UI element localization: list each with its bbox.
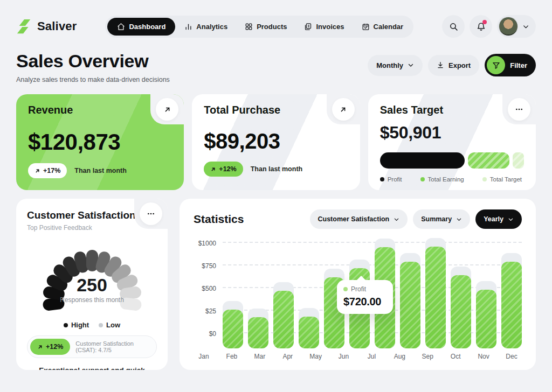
bar-jan[interactable] <box>223 310 243 348</box>
target-legend-item: Total Target <box>482 176 522 183</box>
metric-select-value: Customer Satisfaction <box>318 215 390 223</box>
main-nav: DashboardAnalyticsProductsInvoicesCalend… <box>105 16 413 38</box>
x-axis-label-oct: Oct <box>445 353 466 360</box>
download-icon <box>437 61 444 69</box>
filter-button[interactable]: Filter <box>485 54 536 76</box>
legend-dot <box>482 177 487 181</box>
bar-dec[interactable] <box>501 262 522 348</box>
bar-slot-mar <box>273 234 294 348</box>
purchase-delta-value: +12% <box>219 165 236 173</box>
x-axis-label-dec: Dec <box>501 353 522 360</box>
sales-target-card: Sales Target $50,901 ProfitTotal Earning… <box>368 94 536 190</box>
sales-target-menu-button[interactable] <box>508 98 530 121</box>
period-select-value: Monthly <box>376 61 403 69</box>
brand-logo-icon <box>16 18 32 34</box>
gauge-legend-item: Hight <box>64 321 89 329</box>
page-title: Sales Overview <box>16 51 170 72</box>
bar-slot-jan <box>223 234 243 348</box>
bottom-row: Customer Satisfaction Top Positive Feedb… <box>16 199 536 370</box>
legend-label: Total Target <box>490 176 522 183</box>
tooltip-series-dot <box>343 287 348 291</box>
satisfaction-footer: Exceptional support and quick responses <box>27 366 157 370</box>
range-select[interactable]: Yearly <box>475 209 522 229</box>
stat-cards-row: Revenue $120,873 +17% Than last month To… <box>16 94 536 190</box>
brand-name: Saliver <box>37 19 77 33</box>
avatar <box>499 17 518 36</box>
statistics-filters: Customer Satisfaction Summary Yearly <box>310 209 522 229</box>
export-button[interactable]: Export <box>428 55 479 76</box>
chart-y-axis: $0$25$500$750$1000 <box>194 234 223 348</box>
gauge-caption: Responses this month <box>27 296 157 304</box>
csat-delta-pill: +12% <box>30 339 70 355</box>
bar-slot-nov <box>476 234 496 348</box>
customer-satisfaction-subtitle: Top Positive Feedback <box>27 224 157 232</box>
range-select-value: Yearly <box>484 215 503 223</box>
revenue-delta-note: Than last month <box>74 167 127 174</box>
y-axis-tick: $500 <box>202 285 216 292</box>
bar-slot-oct <box>451 234 471 348</box>
brand-logo: Saliver <box>16 18 77 34</box>
satisfaction-gauge: 250 Responses this month <box>27 236 157 316</box>
tooltip-value: $720.00 <box>343 296 387 308</box>
card-notch <box>134 199 168 229</box>
revenue-card-value: $120,873 <box>28 129 172 155</box>
gauge-legend: HightLow <box>27 321 157 329</box>
user-menu[interactable] <box>497 15 536 38</box>
bar-slot-apr <box>299 234 319 348</box>
bar-mar[interactable] <box>273 291 294 348</box>
period-select[interactable]: Monthly <box>368 55 423 76</box>
x-axis-label-sep: Sep <box>417 353 438 360</box>
target-segment-total-earning <box>468 152 509 169</box>
purchase-card: Total Purchase $89,203 +12% Than last mo… <box>192 94 360 190</box>
nav-item-label: Dashboard <box>129 23 165 31</box>
notification-badge <box>482 20 487 24</box>
card-notch <box>327 94 360 124</box>
nav-item-calendar[interactable]: Calendar <box>354 18 412 36</box>
y-axis-tick: $25 <box>205 307 216 315</box>
x-axis-label-jun: Jun <box>334 353 354 360</box>
nav-item-label: Invoices <box>316 23 344 31</box>
chevron-down-icon <box>456 216 462 222</box>
page-controls: Monthly Export Filter <box>368 54 536 76</box>
analytics-icon <box>184 23 192 31</box>
revenue-card: Revenue $120,873 +17% Than last month <box>16 94 184 190</box>
bar-nov[interactable] <box>476 290 496 348</box>
statistics-card: Statistics Customer Satisfaction Summary… <box>180 199 536 370</box>
card-notch <box>150 94 184 124</box>
csat-delta-value: +12% <box>46 343 63 351</box>
legend-dot <box>64 323 68 327</box>
nav-item-analytics[interactable]: Analytics <box>176 18 236 36</box>
metric-select[interactable]: Customer Satisfaction <box>310 209 408 229</box>
page-header: Sales Overview Analyze sales trends to m… <box>16 51 536 83</box>
purchase-delta-note: Than last month <box>251 165 303 173</box>
top-bar: Saliver DashboardAnalyticsProductsInvoic… <box>16 14 536 39</box>
legend-dot <box>380 177 384 181</box>
satisfaction-menu-button[interactable] <box>140 202 162 225</box>
export-button-label: Export <box>448 61 471 69</box>
nav-item-dashboard[interactable]: Dashboard <box>107 18 175 36</box>
purchase-expand-button[interactable] <box>332 98 355 121</box>
view-select-value: Summary <box>421 215 452 223</box>
search-button[interactable] <box>442 15 465 38</box>
notifications-button[interactable] <box>470 15 492 38</box>
view-select[interactable]: Summary <box>413 209 470 229</box>
x-axis-label-mar: Mar <box>250 353 270 360</box>
legend-dot <box>99 323 103 327</box>
bar-aug[interactable] <box>400 262 420 348</box>
nav-item-products[interactable]: Products <box>237 18 295 36</box>
nav-item-invoices[interactable]: Invoices <box>296 18 352 36</box>
bar-feb[interactable] <box>248 317 268 348</box>
revenue-delta-value: +17% <box>43 167 60 174</box>
bar-apr[interactable] <box>299 317 319 348</box>
bar-oct[interactable] <box>451 275 471 348</box>
revenue-expand-button[interactable] <box>156 98 178 121</box>
target-legend-item: Total Earning <box>420 176 464 183</box>
x-axis-label-jan: Jan <box>194 353 214 360</box>
customer-satisfaction-card: Customer Satisfaction Top Positive Feedb… <box>16 199 168 370</box>
sales-target-legend: ProfitTotal EarningTotal Target <box>380 176 524 183</box>
bar-sep[interactable] <box>425 247 446 348</box>
profit-bar-chart: $0$25$500$750$1000 Profit $720.00 <box>194 234 522 348</box>
statistics-title: Statistics <box>194 213 244 226</box>
csat-score-text: Customer Satisfaction (CSAT): 4.7/5 <box>75 340 154 353</box>
y-axis-tick: $0 <box>209 330 216 338</box>
